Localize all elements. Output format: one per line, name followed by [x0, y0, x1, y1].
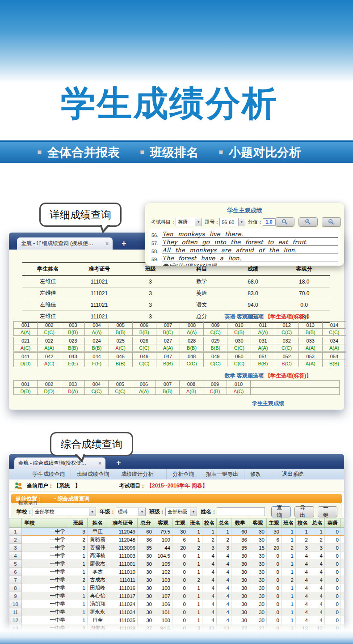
subject-select[interactable]: 英语 ▼ — [176, 218, 202, 226]
filter-button-查询[interactable]: 查询 — [271, 506, 291, 517]
grid-cell: 3 — [310, 544, 325, 552]
grid-cell: 0 — [325, 560, 341, 568]
table-row[interactable]: 1一中学3申正1120496079.5301116030301110 — [9, 528, 345, 536]
table-row[interactable]: 12一中学1肖全111035301000144303001440 — [9, 616, 345, 624]
student-answer: B — [68, 330, 71, 335]
grid-cell: 3 — [217, 544, 231, 552]
standard-answer: (B) — [119, 361, 126, 366]
table-row[interactable]: 8一中学1田旭峰111016301000144303001440 — [9, 584, 345, 592]
chevron-down-icon: ▼ — [238, 218, 245, 226]
name-label: 姓名： — [201, 508, 217, 516]
grid-cell: 111030 — [108, 632, 138, 640]
grid-cell: 0 — [325, 632, 341, 640]
grid-cell: 1 — [282, 528, 296, 536]
school-select[interactable]: 全部学校 ▼ — [33, 508, 96, 516]
question-number-cell: 008 — [180, 322, 203, 329]
row-number-cell: 14 — [9, 632, 22, 640]
grid-cell: 1 — [188, 552, 202, 560]
standard-answer: (C) — [332, 330, 339, 335]
tab-close-icon[interactable]: × — [105, 241, 109, 247]
handwritten-line-number: 60. — [151, 265, 162, 266]
grid-cell: 27 — [249, 632, 267, 640]
grid-cell: 0 — [325, 552, 341, 560]
grid-cell: 1 — [188, 584, 202, 592]
grid-cell: 30 — [249, 600, 267, 608]
grid-cell: 0 — [325, 600, 341, 608]
grid-cell: 0 — [188, 632, 202, 640]
question-number-cell: 002 — [38, 381, 61, 388]
menu-item-修改[interactable]: 修改 — [244, 469, 267, 479]
answer-cell: A(A) — [14, 329, 38, 336]
table-row[interactable]: 6一中学1李杰111010301020144303001440 — [9, 568, 345, 576]
standard-answer: (B) — [95, 345, 102, 351]
filter-button-导出[interactable]: 导出 — [294, 506, 314, 517]
zoom-out-button[interactable] — [322, 217, 341, 227]
menu-item-学生成绩查询[interactable]: 学生成绩查询 — [27, 469, 71, 479]
student-answer: C — [282, 345, 285, 351]
score-cell: 70.0 — [278, 288, 330, 299]
table-row[interactable]: 9一中学1冉心怡111017301070144303001440 — [9, 592, 345, 600]
grade-select[interactable]: 理科 ▼ — [116, 508, 146, 516]
table-row[interactable]: 4一中学1高泽桢11100330104.50144303001440 — [9, 552, 345, 560]
grid-cell: 30 — [249, 592, 267, 600]
question-no-select[interactable]: 56-60 ▼ — [219, 218, 245, 226]
grid-cell: 30 — [249, 576, 267, 584]
grid-cell: 1 — [69, 608, 88, 616]
table-row[interactable]: 左维佳1110213英语83.070.0 — [22, 288, 330, 299]
standard-answer: (B) — [261, 361, 268, 366]
score-value-input[interactable]: 1.0 — [263, 218, 275, 226]
callout-detail-label: 详细成绩查询 — [50, 208, 111, 222]
student-answer: A — [21, 345, 24, 351]
table-row[interactable]: 11一中学1罗永永111034301010144303001440 — [9, 608, 345, 616]
table-row[interactable]: 左维佳1110213语文94.00.0 — [22, 299, 330, 311]
grid-cell: 0 — [267, 632, 282, 640]
student-answer: B — [116, 361, 119, 366]
grid-cell: 13 — [217, 632, 231, 640]
grid-cell: 4 — [202, 592, 217, 600]
table-row[interactable]: 左维佳1110213数学68.018.0 — [22, 275, 330, 288]
filter-button-一键[interactable]: 一键 — [318, 506, 337, 517]
grid-cell: 申正 — [88, 528, 108, 536]
search-criteria-legend: 检索条件 — [17, 500, 40, 506]
grid-cell — [341, 592, 345, 600]
grid-cell: 0 — [325, 576, 341, 584]
question-number-cell: 027 — [156, 337, 180, 344]
name-input[interactable] — [217, 507, 265, 516]
tab-close-icon[interactable]: × — [98, 460, 101, 466]
tab-detail-query[interactable]: 金航 - 详细成绩查询 (授权使… × — [17, 237, 113, 250]
grid-cell: 30 — [138, 600, 154, 608]
square-bullet-icon — [38, 150, 42, 154]
grid-cell: 1 — [188, 600, 202, 608]
menu-item-成绩统计分析[interactable]: 成绩统计分析 — [115, 469, 159, 479]
grid-cell: 111035 — [108, 616, 138, 624]
class-select[interactable]: 全部班级 ▼ — [165, 508, 197, 516]
score-cell: 111021 — [74, 288, 125, 299]
new-tab-button[interactable]: + — [116, 459, 121, 467]
menu-item-分析查询[interactable]: 分析查询 — [166, 469, 200, 479]
standard-answer: (C) — [190, 361, 197, 366]
grid-cell: 112048 — [108, 536, 138, 544]
table-row[interactable]: 10一中学1汤凯翔111024301060144303001440 — [9, 600, 345, 608]
grid-cell: 田旭峰 — [88, 584, 108, 592]
grid-cell: 汤凯翔 — [88, 600, 108, 608]
grid-cell: 0 — [325, 616, 341, 624]
table-row[interactable]: 2一中学2黄骆霞112048361006122363061220 — [9, 536, 345, 544]
grid-cell: 13 — [310, 624, 325, 632]
grid-cell: 30 — [231, 568, 249, 576]
search-button[interactable] — [275, 217, 294, 227]
answer-cell: B(B) — [322, 360, 346, 367]
tab-combined-query[interactable]: 金航 - 综合成绩查询(授权使… × — [14, 458, 105, 469]
table-row[interactable]: 13一中学2周俊杰1110292794.503131327270313130 — [9, 624, 345, 632]
menu-item-报表一键导出[interactable]: 报表一键导出 — [200, 469, 244, 479]
zoom-in-button[interactable] — [298, 217, 318, 227]
table-row[interactable]: 7一中学2古成杰111011301030244303002440 — [9, 576, 345, 584]
grid-cell: 1 — [69, 616, 88, 624]
answer-cell: B(B) — [132, 329, 156, 336]
new-tab-button[interactable]: + — [122, 239, 126, 247]
table-row[interactable]: 5一中学1廖俊杰111001301050144303001440 — [9, 560, 345, 568]
menu-item-退出系统[interactable]: 退出系统 — [276, 469, 309, 479]
table-row[interactable]: 14一中学1陈骏迪1110302710000131327270013130 — [9, 632, 345, 640]
menu-item-班级成绩查询[interactable]: 班级成绩查询 — [71, 469, 115, 479]
table-row[interactable]: 3一中学3姜福伟1130963544202333515202330 — [9, 544, 345, 552]
grid-cell — [341, 568, 345, 576]
